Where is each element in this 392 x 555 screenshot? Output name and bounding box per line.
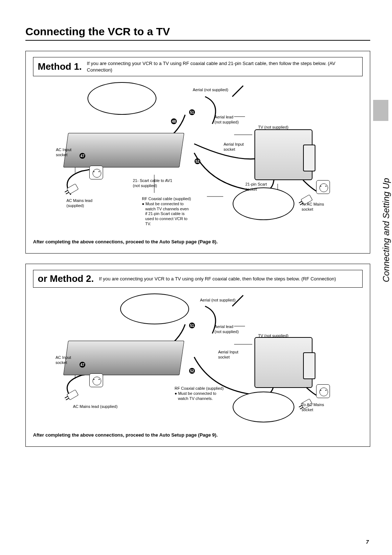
section-side-label: Connecting and Setting Up [381, 178, 391, 282]
method-2-diagram: 51 52 47 Aerial (not supplied) Aerial le… [33, 293, 363, 428]
wall-outlet-left-icon [89, 373, 103, 387]
aerial-label: Aerial (not supplied) [200, 298, 236, 303]
coax-detail-bubble-icon [120, 293, 189, 324]
wall-outlet-right-icon [316, 180, 330, 194]
coax-tv-detail-bubble-icon [233, 392, 294, 422]
wall-outlet-left-icon [89, 166, 103, 179]
scart-socket-label: 21-pin Scart socket [245, 182, 267, 192]
method-2-box: or Method 2. If you are connecting your … [25, 264, 370, 447]
to-ac-label: To AC Mains socket [302, 202, 324, 212]
ref-52-icon: 52 [195, 158, 200, 164]
side-tab [373, 100, 388, 121]
ac-plug-left-icon [66, 183, 78, 194]
ref-52-icon: 52 [189, 368, 195, 374]
ac-input-label: AC Input socket [56, 147, 72, 158]
page-number: 7 [366, 539, 369, 545]
scart-cable-label: 21- Scart cable to AV1 (not supplied) [133, 178, 172, 189]
method-2-footer: After completing the above connections, … [33, 432, 363, 438]
aerial-lead-label: Aerial lead (not supplied) [215, 324, 239, 335]
method-2-description: If you are connecting your VCR to a TV u… [99, 276, 336, 282]
method-1-diagram: 48 51 52 47 Aerial (not supplied) Aerial… [33, 82, 363, 235]
ref-48-icon: 48 [171, 118, 177, 124]
vcr-device-icon [63, 133, 184, 167]
wall-outlet-right-icon [316, 384, 330, 398]
ref-47-icon: 47 [79, 153, 85, 159]
scart-detail-bubble-icon [87, 82, 156, 115]
aerial-lead-label: Aerial lead (not supplied) [215, 115, 239, 125]
tv-device-icon [254, 129, 313, 180]
method-1-footer: After completing the above connections, … [33, 239, 363, 244]
method-1-box: Method 1. If you are connecting your VCR… [25, 51, 370, 254]
scart-tv-detail-bubble-icon [233, 187, 294, 220]
aerial-input-label: Aerial Input socket [218, 350, 238, 360]
method-2-header: or Method 2. If you are connecting your … [33, 270, 363, 288]
ac-input-label: AC Input socket [56, 355, 71, 365]
aerial-label: Aerial (not supplied) [193, 88, 228, 93]
aerial-input-label: Aerial Input socket [224, 142, 244, 152]
tv-device-icon [254, 337, 313, 388]
ac-mains-lead-label: AC Mains lead (supplied) [66, 198, 93, 208]
method-1-description: If you are connecting your VCR to a TV u… [87, 60, 358, 73]
method-1-title: Method 1. [38, 61, 82, 72]
vcr-device-icon [63, 341, 184, 375]
to-ac-label: To AC Mains socket [302, 402, 324, 413]
method-1-header: Method 1. If you are connecting your VCR… [33, 57, 363, 76]
tv-label: TV (not supplied) [258, 333, 289, 339]
ref-47-icon: 47 [79, 362, 85, 368]
rf-cable-label: RF Coaxial cable (supplied) ● Must be co… [142, 197, 191, 227]
ref-51-icon: 51 [189, 109, 195, 115]
rf-cable-label: RF Coaxial cable (supplied) ● Must be co… [175, 386, 224, 401]
ref-51-icon: 51 [189, 323, 195, 328]
ac-mains-lead-label: AC Mains lead (supplied) [73, 404, 118, 409]
page-title: Connecting the VCR to a TV [25, 25, 370, 41]
ac-plug-left-icon [66, 389, 78, 400]
tv-label: TV (not supplied) [258, 125, 289, 130]
method-2-title: or Method 2. [38, 273, 94, 284]
